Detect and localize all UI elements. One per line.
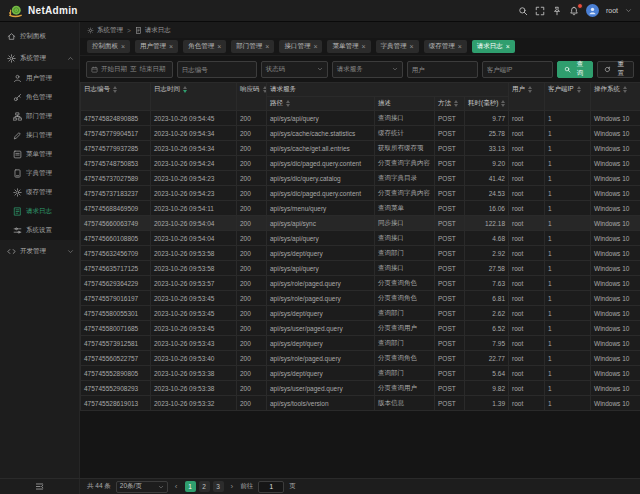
table-row[interactable]: 4757456293642292023-10-26 09:53:57200api…	[81, 276, 640, 291]
sidebar-item-role[interactable]: 角色管理	[0, 88, 79, 107]
sort-icon[interactable]	[286, 100, 290, 107]
col-user[interactable]: 用户	[509, 83, 545, 111]
notification-icon[interactable]	[569, 6, 579, 16]
table-row[interactable]: 4757456884695092023-10-26 09:54:11200api…	[81, 201, 640, 216]
sidebar-item-settings[interactable]: 系统设置	[0, 221, 79, 240]
sort-icon[interactable]	[501, 100, 505, 107]
col-method[interactable]: 方法	[435, 97, 465, 111]
col-status-code[interactable]: 响应码	[237, 83, 267, 111]
table-row[interactable]: 4757458248908852023-10-26 09:54:45200api…	[81, 111, 640, 126]
table-row[interactable]: 4757457370275892023-10-26 09:54:23200api…	[81, 171, 640, 186]
cell-description: 分页查询角色	[375, 291, 435, 306]
sidebar-item-api[interactable]: 接口管理	[0, 126, 79, 145]
brand[interactable]: NetAdmin	[8, 3, 78, 18]
pin-icon[interactable]	[552, 6, 562, 16]
close-icon[interactable]: ×	[169, 43, 173, 50]
sidebar-item-user[interactable]: 用户管理	[0, 69, 79, 88]
sidebar-item-menu[interactable]: 菜单管理	[0, 145, 79, 164]
table-row[interactable]: 4757457487508532023-10-26 09:54:24200api…	[81, 156, 640, 171]
next-page-button[interactable]: ›	[229, 483, 236, 491]
table-row[interactable]: 4757455739125812023-10-26 09:53:43200api…	[81, 336, 640, 351]
tab[interactable]: 角色管理×	[183, 40, 226, 53]
sidebar-item-dict[interactable]: 字典管理	[0, 164, 79, 183]
sidebar-item-cache[interactable]: 缓存管理	[0, 183, 79, 202]
tab[interactable]: 字典管理×	[376, 40, 419, 53]
table-row[interactable]: 4757455286190132023-10-26 09:53:32200api…	[81, 396, 640, 411]
page-size-select[interactable]: 20条/页	[116, 481, 168, 493]
service-select[interactable]: 请求服务	[332, 61, 403, 78]
username[interactable]: root	[606, 7, 618, 14]
tab[interactable]: 接口管理×	[279, 40, 322, 53]
prev-page-button[interactable]: ‹	[173, 483, 180, 491]
date-range-picker[interactable]: 开始日期 至 结束日期	[86, 61, 173, 78]
close-icon[interactable]: ×	[410, 43, 414, 50]
breadcrumb-item-system[interactable]: 系统管理	[87, 26, 123, 35]
col-duration[interactable]: 耗时(毫秒)	[465, 97, 509, 111]
table-row[interactable]: 4757455790161972023-10-26 09:53:45200api…	[81, 291, 640, 306]
search-icon[interactable]	[518, 6, 528, 16]
sidebar-item-log[interactable]: 请求日志	[0, 202, 79, 221]
goto-page-input[interactable]	[258, 481, 284, 493]
table-row[interactable]: 4757455800553012023-10-26 09:53:45200api…	[81, 306, 640, 321]
tab[interactable]: 菜单管理×	[327, 40, 370, 53]
table-row[interactable]: 4757455800716852023-10-26 09:53:45200api…	[81, 321, 640, 336]
close-icon[interactable]: ×	[506, 43, 510, 50]
page-button-1[interactable]: 1	[185, 481, 196, 492]
sort-icon[interactable]	[454, 100, 458, 107]
fullscreen-icon[interactable]	[535, 6, 545, 16]
close-icon[interactable]: ×	[265, 43, 269, 50]
table-row[interactable]: 4757457371832372023-10-26 09:54:23200api…	[81, 186, 640, 201]
tab[interactable]: 缓存管理×	[424, 40, 467, 53]
table-row[interactable]: 4757455529082932023-10-26 09:53:38200api…	[81, 381, 640, 396]
sort-icon[interactable]	[263, 86, 267, 93]
table-row[interactable]: 4757456600637492023-10-26 09:54:04200api…	[81, 216, 640, 231]
sort-icon[interactable]	[623, 86, 627, 93]
col-log-id[interactable]: 日志编号	[81, 83, 151, 111]
table-row[interactable]: 4757456324567092023-10-26 09:53:58200api…	[81, 246, 640, 261]
sidebar-item-dashboard[interactable]: 控制面板	[0, 25, 79, 47]
cell-client_ip: 1	[545, 306, 591, 321]
reset-button[interactable]: 重置	[597, 61, 634, 78]
col-log-time[interactable]: 日志时间	[151, 83, 237, 111]
tab[interactable]: 用户管理×	[135, 40, 178, 53]
status-code-select[interactable]: 状态码	[261, 61, 328, 78]
col-os[interactable]: 操作系统	[591, 83, 640, 111]
page-button-3[interactable]: 3	[213, 481, 224, 492]
avatar[interactable]	[586, 4, 599, 17]
col-client-ip[interactable]: 客户端IP	[545, 83, 591, 111]
table-row[interactable]: 4757457799045172023-10-26 09:54:34200api…	[81, 126, 640, 141]
sort-icon[interactable]	[113, 86, 117, 93]
chevron-down-icon[interactable]	[625, 7, 632, 14]
close-icon[interactable]: ×	[217, 43, 221, 50]
col-path[interactable]: 路径	[267, 97, 375, 111]
table-row[interactable]: 4757455528908052023-10-26 09:53:38200api…	[81, 366, 640, 381]
table-row[interactable]: 4757457799372852023-10-26 09:54:34200api…	[81, 141, 640, 156]
table-row[interactable]: 4757456357171252023-10-26 09:53:58200api…	[81, 261, 640, 276]
cell-path: api/sys/dept/query	[267, 366, 375, 381]
sidebar-item-dev[interactable]: 开发管理	[0, 240, 79, 262]
collapse-sidebar-icon[interactable]	[35, 482, 44, 491]
sidebar-item-dept[interactable]: 部门管理	[0, 107, 79, 126]
table-row[interactable]: 4757456601088052023-10-26 09:54:04200api…	[81, 231, 640, 246]
close-icon[interactable]: ×	[121, 43, 125, 50]
table-row[interactable]: 4757455605227572023-10-26 09:53:40200api…	[81, 351, 640, 366]
sort-desc-icon[interactable]	[183, 86, 187, 93]
tab[interactable]: 控制面板×	[87, 40, 130, 53]
cell-log_time: 2023-10-26 09:54:45	[151, 111, 237, 126]
query-button[interactable]: 查询	[557, 61, 594, 78]
page-button-2[interactable]: 2	[199, 481, 210, 492]
sidebar-footer	[0, 479, 80, 494]
sort-icon[interactable]	[528, 86, 532, 93]
sort-icon[interactable]	[577, 86, 581, 93]
cell-log_time: 2023-10-26 09:53:45	[151, 321, 237, 336]
close-icon[interactable]: ×	[458, 43, 462, 50]
close-icon[interactable]: ×	[361, 43, 365, 50]
tab[interactable]: 部门管理×	[231, 40, 274, 53]
user-input[interactable]	[407, 61, 478, 78]
sidebar-item-system[interactable]: 系统管理	[0, 47, 79, 69]
close-icon[interactable]: ×	[313, 43, 317, 50]
breadcrumb-item-request-log[interactable]: 请求日志	[135, 26, 171, 35]
client-ip-input[interactable]	[482, 61, 553, 78]
log-id-input[interactable]	[177, 61, 257, 78]
tab[interactable]: 请求日志×	[472, 40, 515, 53]
